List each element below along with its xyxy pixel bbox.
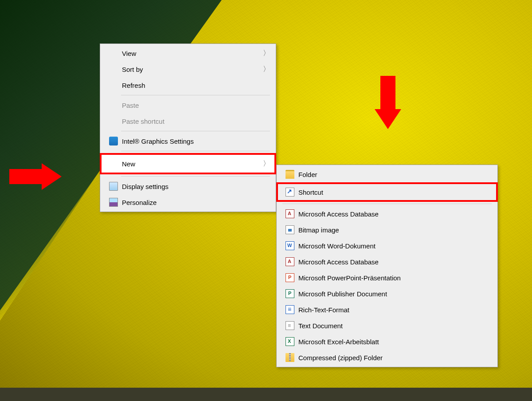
menu-label: Rich-Text-Format bbox=[298, 306, 493, 314]
submenu-arrow-icon: 〉 bbox=[262, 49, 271, 58]
personalize-icon bbox=[109, 198, 118, 207]
submenu-arrow-icon: 〉 bbox=[262, 65, 271, 74]
bitmap-icon bbox=[286, 225, 294, 234]
menu-item-new-bitmap[interactable]: Bitmap image bbox=[278, 222, 496, 238]
menu-label: Folder bbox=[298, 171, 493, 178]
powerpoint-icon bbox=[286, 273, 294, 282]
menu-separator bbox=[121, 151, 270, 151]
annotation-arrow-down bbox=[375, 109, 401, 129]
menu-item-paste-shortcut: Paste shortcut bbox=[102, 113, 274, 129]
menu-label: Microsoft PowerPoint-Präsentation bbox=[298, 274, 493, 282]
menu-label: Paste bbox=[122, 102, 262, 109]
menu-item-new-folder[interactable]: Folder bbox=[278, 166, 496, 182]
menu-item-refresh[interactable]: Refresh bbox=[102, 77, 274, 93]
menu-label: Microsoft Access Database bbox=[298, 258, 493, 266]
menu-separator bbox=[121, 131, 270, 131]
menu-item-new-rtf[interactable]: Rich-Text-Format bbox=[278, 302, 496, 318]
menu-label: New bbox=[122, 160, 262, 168]
menu-label: Microsoft Publisher Document bbox=[298, 290, 493, 298]
menu-item-view[interactable]: View 〉 bbox=[102, 45, 274, 61]
annotation-arrow-right bbox=[42, 163, 62, 190]
menu-item-intel-graphics[interactable]: Intel® Graphics Settings bbox=[102, 133, 274, 149]
menu-label: Refresh bbox=[122, 82, 262, 89]
menu-item-new-powerpoint[interactable]: Microsoft PowerPoint-Präsentation bbox=[278, 270, 496, 286]
menu-label: Intel® Graphics Settings bbox=[122, 138, 262, 145]
menu-label: Paste shortcut bbox=[122, 118, 262, 125]
menu-item-personalize[interactable]: Personalize bbox=[102, 194, 274, 210]
rtf-icon bbox=[286, 305, 294, 314]
menu-item-sort-by[interactable]: Sort by 〉 bbox=[102, 61, 274, 77]
menu-separator bbox=[282, 204, 492, 204]
menu-label: Display settings bbox=[122, 183, 262, 190]
desktop-context-menu: View 〉 Sort by 〉 Refresh Paste Paste sho… bbox=[100, 43, 276, 212]
menu-item-paste: Paste bbox=[102, 97, 274, 113]
menu-label: Shortcut bbox=[298, 189, 493, 196]
menu-label: View bbox=[122, 50, 262, 57]
menu-item-new-access-database-2[interactable]: Microsoft Access Database bbox=[278, 254, 496, 270]
intel-icon bbox=[109, 137, 118, 145]
menu-item-new-excel[interactable]: Microsoft Excel-Arbeitsblatt bbox=[278, 334, 496, 350]
menu-label: Bitmap image bbox=[298, 226, 493, 234]
menu-item-new-compressed-folder[interactable]: Compressed (zipped) Folder bbox=[278, 350, 496, 366]
menu-separator bbox=[121, 95, 270, 95]
excel-icon bbox=[286, 337, 294, 346]
menu-item-new-text-document[interactable]: Text Document bbox=[278, 318, 496, 334]
access-icon bbox=[286, 209, 294, 218]
folder-icon bbox=[286, 170, 294, 179]
display-icon bbox=[109, 182, 118, 191]
access-icon bbox=[286, 257, 294, 266]
word-icon bbox=[286, 241, 294, 250]
shortcut-icon bbox=[286, 188, 294, 197]
menu-label: Sort by bbox=[122, 66, 262, 73]
menu-item-new-access-database[interactable]: Microsoft Access Database bbox=[278, 206, 496, 222]
zip-icon bbox=[286, 353, 294, 362]
menu-label: Microsoft Access Database bbox=[298, 210, 493, 218]
menu-label: Microsoft Excel-Arbeitsblatt bbox=[298, 338, 493, 346]
menu-separator bbox=[121, 176, 270, 177]
menu-label: Text Document bbox=[298, 322, 493, 330]
menu-item-new-shortcut[interactable]: Shortcut bbox=[276, 182, 498, 202]
new-submenu: Folder Shortcut Microsoft Access Databas… bbox=[276, 165, 498, 367]
menu-label: Microsoft Word-Dokument bbox=[298, 242, 493, 250]
menu-item-new-word-document[interactable]: Microsoft Word-Dokument bbox=[278, 238, 496, 254]
menu-item-new[interactable]: New 〉 bbox=[100, 153, 276, 174]
submenu-arrow-icon: 〉 bbox=[262, 159, 271, 169]
menu-item-new-publisher[interactable]: Microsoft Publisher Document bbox=[278, 286, 496, 302]
menu-label: Personalize bbox=[122, 199, 262, 206]
menu-item-display-settings[interactable]: Display settings bbox=[102, 178, 274, 194]
publisher-icon bbox=[286, 289, 294, 298]
menu-label: Compressed (zipped) Folder bbox=[298, 354, 493, 362]
desktop-background-bottom bbox=[0, 388, 532, 401]
text-icon bbox=[286, 321, 294, 330]
